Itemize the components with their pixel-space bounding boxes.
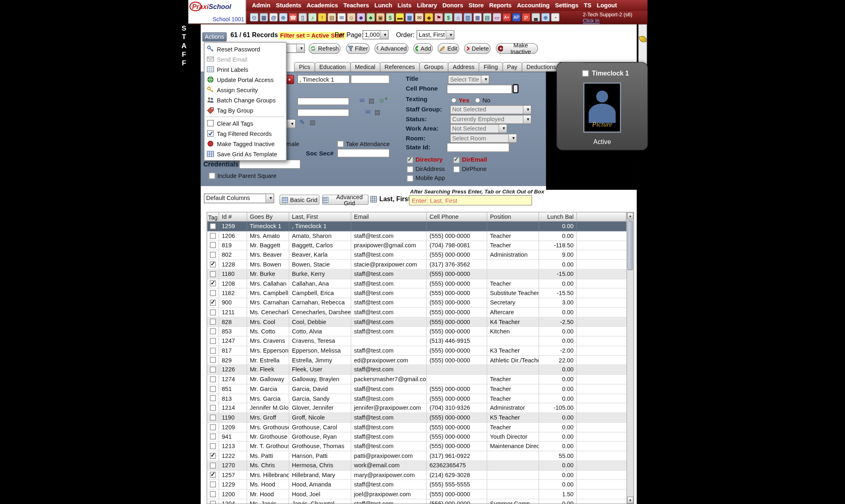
audio-icon[interactable]: ♪: [308, 13, 317, 22]
tag-checkbox[interactable]: [210, 309, 216, 315]
directory-checkbox[interactable]: [407, 157, 413, 163]
col-header-last-first[interactable]: Last, First: [289, 213, 351, 221]
credentials-field[interactable]: [239, 160, 301, 169]
browser-icon[interactable]: ⊕: [541, 13, 550, 22]
tag-checkbox[interactable]: [210, 271, 216, 277]
clipboard-icon[interactable]: ▤: [310, 119, 316, 126]
tag-checkbox[interactable]: [210, 386, 216, 392]
email-icon[interactable]: @: [269, 13, 278, 22]
menu-item-save-grid-as-template[interactable]: Save Grid As Template: [205, 149, 286, 159]
col-header-goes-by[interactable]: Goes By: [247, 213, 289, 221]
status-select[interactable]: Currently Employed: [450, 115, 532, 124]
search-icon[interactable]: ⊙: [250, 13, 259, 22]
menu-item-reset-password[interactable]: Reset Password: [205, 44, 286, 54]
nav-store[interactable]: Store: [468, 2, 484, 9]
table-row[interactable]: 1200Mr. HoodHood, Joeljoel@praxipower.co…: [207, 490, 627, 499]
menu-item-clear-all-tags[interactable]: Clear All Tags: [205, 118, 286, 128]
schedule-icon[interactable]: ▦: [405, 13, 414, 22]
table-row[interactable]: 1182Mrs. CampbellCampbell, Ericastaff@te…: [207, 289, 627, 298]
tag-checkbox[interactable]: [210, 491, 216, 497]
nav-reports[interactable]: Reports: [489, 2, 512, 9]
room-select[interactable]: Select Room: [450, 134, 517, 143]
table-row[interactable]: 1274Mr. GallowayGalloway, Braylenpackers…: [207, 375, 627, 384]
grade-ap-icon[interactable]: AP: [512, 13, 521, 22]
bus-icon[interactable]: ▬: [395, 13, 404, 22]
edit-note-icon[interactable]: ✎: [299, 119, 305, 126]
card-checkbox[interactable]: [582, 70, 589, 77]
include-parent-square-checkbox[interactable]: [209, 173, 215, 179]
tag-checkbox[interactable]: [210, 472, 216, 478]
diremail-checkbox[interactable]: [453, 157, 460, 163]
table-row[interactable]: 819Mr. BaggettBaggett, Carlospraxipower@…: [207, 241, 627, 250]
bell-icon[interactable]: ◆: [425, 13, 433, 22]
mail-icon[interactable]: ✉: [337, 13, 346, 22]
nav-accounting[interactable]: Accounting: [517, 2, 550, 9]
tab-references[interactable]: References: [380, 62, 420, 72]
col-header-lunch-bal[interactable]: Lunch Bal: [539, 213, 577, 221]
table-row[interactable]: 1247Mrs. CravensCravens, Teresa(513) 446…: [207, 336, 627, 346]
tag-checkbox[interactable]: [210, 290, 216, 296]
phone-icon[interactable]: ☎: [289, 13, 297, 22]
menu-item-update-portal-access[interactable]: Update Portal Access: [205, 74, 286, 84]
tag-checkbox[interactable]: [210, 367, 216, 373]
tag-checkbox[interactable]: [210, 357, 216, 363]
tag-checkbox[interactable]: [210, 252, 216, 258]
menu-item-make-tagged-inactive[interactable]: Make Tagged Inactive: [205, 139, 286, 149]
nav-donors[interactable]: Donors: [442, 2, 463, 9]
tag-checkbox[interactable]: [210, 501, 216, 504]
app-logo[interactable]: PraxiSchool School 1001: [188, 0, 246, 24]
messages-icon[interactable]: ✉: [415, 13, 424, 22]
form-field-3[interactable]: [297, 109, 349, 116]
tag-checkbox[interactable]: [210, 329, 216, 335]
table-row[interactable]: 1206Mrs. AmatoAmato, Sharonstaff@test.co…: [207, 231, 627, 240]
billing-icon[interactable]: ▤: [483, 13, 491, 22]
menu-item-print-labels[interactable]: Print Labels: [205, 64, 286, 74]
nav-lunch[interactable]: Lunch: [375, 2, 392, 9]
table-row[interactable]: 1226Mr. FleekFleek, Userstaff@test.com0.…: [207, 365, 627, 375]
make-inactive-button[interactable]: Make Inactive: [496, 43, 538, 54]
advanced-grid-button[interactable]: Advanced Grid: [322, 195, 369, 205]
basic-grid-button[interactable]: Basic Grid: [279, 195, 319, 205]
cell-phone-field[interactable]: [447, 84, 512, 93]
tab-address[interactable]: Address: [448, 62, 479, 72]
tag-checkbox[interactable]: [210, 262, 216, 268]
tab-pics[interactable]: Pics: [294, 62, 315, 72]
tag-checkbox[interactable]: [210, 300, 216, 306]
nav-admin[interactable]: Admin: [252, 2, 270, 9]
search-input[interactable]: [409, 195, 532, 205]
tag-checkbox[interactable]: [210, 405, 216, 411]
order-select[interactable]: Last, First: [417, 30, 454, 39]
print-icon[interactable]: ▄: [531, 13, 540, 22]
table-row[interactable]: 1190Mrs. GroffGroff, Nicolestaff@test.co…: [207, 413, 627, 422]
tag-checkbox[interactable]: [210, 415, 216, 421]
nav-lists[interactable]: Lists: [398, 2, 412, 9]
mobile-icon[interactable]: ▯: [299, 13, 307, 22]
nav-logout[interactable]: Logout: [597, 2, 617, 9]
tag-checkbox[interactable]: [210, 443, 216, 449]
per-page-select[interactable]: 1,000: [363, 30, 388, 39]
table-row[interactable]: 941Mr. GrothouseGrothouse, Ryanstaff@tes…: [207, 432, 627, 442]
state-id-field[interactable]: [447, 143, 509, 152]
diraddress-checkbox[interactable]: [407, 166, 413, 173]
tab-deductions[interactable]: Deductions: [522, 62, 561, 72]
tab-groups[interactable]: Groups: [419, 62, 448, 72]
col-header-id[interactable]: Id #: [219, 213, 247, 221]
timeclock-icon[interactable]: ◔: [551, 13, 560, 22]
texting-yes-radio[interactable]: [451, 98, 457, 103]
scroll-down-icon[interactable]: ▼: [627, 497, 633, 504]
store-icon[interactable]: ▣: [376, 13, 385, 22]
nav-library[interactable]: Library: [417, 2, 437, 9]
filter-button[interactable]: Filter: [346, 43, 370, 54]
table-row[interactable]: 853Ms. CottoCotto, Alviastaff@test.com(5…: [207, 327, 627, 336]
table-row[interactable]: 1259Timeclock 1, Timeclock 10.00: [207, 222, 627, 231]
tag-checkbox[interactable]: [210, 233, 216, 239]
calendar-icon[interactable]: ▤: [328, 13, 336, 22]
table-row[interactable]: 900Mrs. CarnahanCarnahan, Rebeccastaff@t…: [207, 298, 627, 308]
table-row[interactable]: 829Mr. EstrellaEstrella, Jimmyed@praxipo…: [207, 355, 627, 365]
tag-checkbox[interactable]: [210, 376, 216, 382]
click-in-link[interactable]: Click In: [583, 18, 632, 24]
table-row[interactable]: 1213Mr. T. GrothouseGrothouse, Thomassta…: [207, 442, 627, 451]
soc-sec-field[interactable]: [337, 149, 390, 158]
staff-card[interactable]: Timeclock 1 Picture Active: [556, 62, 648, 151]
menu-item-tag-by-group[interactable]: Tag By Group: [205, 105, 286, 115]
